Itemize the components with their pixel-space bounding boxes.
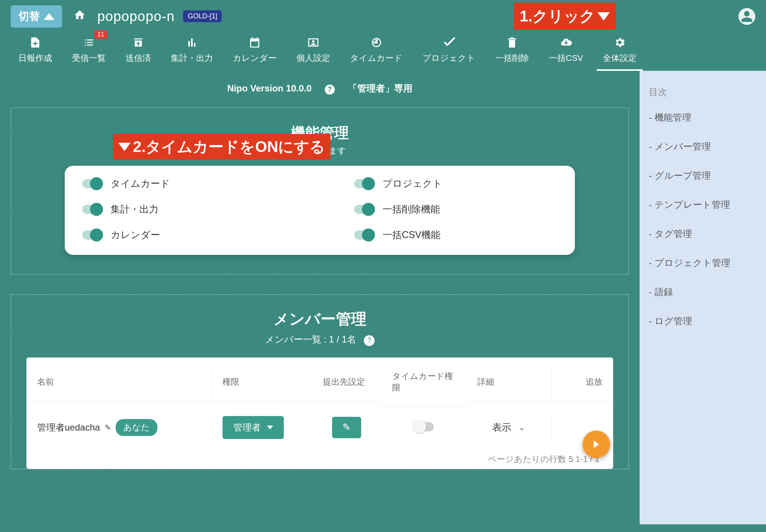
callout-timecard-on: 2.タイムカードをONにする [113,134,331,160]
toc-link-log[interactable]: - ログ管理 [649,315,757,327]
nav-inbox[interactable]: 11 受信一覧 [62,33,116,71]
timer-icon [350,36,403,49]
toc-link-group[interactable]: - グループ管理 [649,170,757,182]
toggle-bulkcsv[interactable] [354,230,374,240]
toc-link-glossary[interactable]: - 語録 [649,286,757,298]
toc-link-member[interactable]: - メンバー管理 [649,140,757,153]
nav-bulk-csv[interactable]: 一括CSV [539,33,593,71]
fab-button[interactable] [583,431,610,458]
member-panel: メンバー管理 メンバー一覧 : 1 / 1名 ? 名前 権限 提出先設定 タイム… [11,294,629,469]
toggle-row-bulkcsv: 一括CSV機能 [354,228,557,241]
help-icon[interactable]: ? [325,85,335,95]
chevron-down-icon: ⌄ [518,423,525,432]
toggle-label: カレンダー [111,228,160,241]
version-row: Nipo Version 10.0.0 ? 「管理者」専用 [0,71,640,108]
toggle-row-bulkdelete: 一括削除機能 [354,203,557,215]
col-dest: 提出先設定 [312,363,381,401]
edit-destination-button[interactable]: ✎ [332,417,361,438]
switch-triangle-icon [44,13,54,20]
triangle-down-icon [118,143,131,151]
member-name: 管理者uedacha [37,421,100,434]
toc-link-feature[interactable]: - 機能管理 [649,111,757,124]
toc-sidebar: 目次 - 機能管理 - メンバー管理 - グループ管理 - テンプレート管理 -… [640,71,766,524]
toggle-row-aggregate: 集計・出力 [82,203,285,215]
role-label: 管理者 [233,421,261,434]
toggle-calendar[interactable] [82,230,102,240]
cell-dest: ✎ [312,408,381,447]
help-icon[interactable]: ? [364,335,375,346]
nav-timecard[interactable]: タイムカード [340,33,412,71]
nav-aggregate[interactable]: 集計・出力 [161,33,223,71]
switch-button[interactable]: 切替 [11,5,62,28]
toc-link-tag[interactable]: - タグ管理 [649,228,757,240]
gold-badge: GOLD-[1] [183,10,222,22]
toggle-label: 一括削除機能 [383,203,440,215]
toggle-row-calendar: カレンダー [82,228,285,241]
toggle-timecard[interactable] [82,179,102,188]
inbox-badge: 11 [94,30,107,39]
play-icon [594,441,599,448]
chevron-down-icon [267,426,273,429]
pagination: ページあたりの行数 5 1-1 / 1 [26,448,613,469]
calendar-icon [233,36,277,49]
table-header: 名前 権限 提出先設定 タイムカード権限 詳細 追放 [26,357,613,407]
nav-personal-settings[interactable]: 個人設定 [286,33,340,71]
toggle-timecard-permission[interactable] [414,422,434,431]
nav-project[interactable]: プロジェクト [412,33,485,71]
feature-toggle-card: タイムカード プロジェクト 集計・出力 一括削除機能 [65,166,575,255]
detail-expand-button[interactable]: 表示 ⌄ [492,421,525,434]
detail-label: 表示 [492,421,511,434]
cell-timecard-perm [381,413,466,442]
toggle-label: 集計・出力 [111,203,159,215]
col-timecard: タイムカード権限 [381,357,466,407]
archive-icon [126,36,151,49]
you-chip: あなた [116,419,157,436]
nav-sent[interactable]: 送信済 [116,33,161,71]
gear-icon [603,36,637,49]
nav-tabs: 日報作成 11 受信一覧 送信済 集計・出力 カレンダー 個人設定 タイムカード… [0,33,766,71]
callout-click: 1.クリック [514,3,616,30]
role-select-button[interactable]: 管理者 [223,416,284,439]
svg-point-0 [312,40,315,43]
toc-link-template[interactable]: - テンプレート管理 [649,199,757,211]
col-expel: 追放 [552,363,613,401]
col-name: 名前 [26,363,212,401]
nav-bulk-delete[interactable]: 一括削除 [485,33,539,71]
toc-title: 目次 [649,86,757,98]
cloud-download-icon [549,36,583,49]
cell-detail: 表示 ⌄ [466,412,552,443]
switch-label: 切替 [18,9,40,24]
toc-link-project[interactable]: - プロジェクト管理 [649,257,757,269]
toggle-bulkdelete[interactable] [354,205,374,214]
nav-calendar[interactable]: カレンダー [223,33,286,71]
cell-name: 管理者uedacha ✎ あなた [26,410,212,445]
main-content: Nipo Version 10.0.0 ? 「管理者」専用 機能管理 ッキリしま… [0,71,640,524]
toggle-aggregate[interactable] [82,205,102,214]
file-plus-icon [18,36,52,49]
person-icon [296,36,330,49]
version-text: Nipo Version 10.0.0 [227,83,311,93]
member-panel-subtitle: メンバー一覧 : 1 / 1名 ? [11,333,629,346]
callout-timecard-text: 2.タイムカードをONにする [133,136,325,157]
toggle-project[interactable] [354,179,374,188]
nav-create-report[interactable]: 日報作成 [8,33,62,71]
col-role: 権限 [212,363,312,401]
chart-icon [171,36,213,49]
app-title: popopopo-n [97,8,175,24]
admin-only-label: 「管理者」専用 [348,83,412,93]
member-subtitle-text: メンバー一覧 : 1 / 1名 [265,334,356,344]
col-detail: 詳細 [466,363,552,401]
toggle-label: 一括CSV機能 [383,228,440,241]
edit-name-icon[interactable]: ✎ [105,423,111,432]
cell-role: 管理者 [212,407,312,448]
callout-click-text: 1.クリック [520,6,595,27]
home-icon[interactable] [74,9,86,24]
toggle-label: プロジェクト [383,177,442,190]
triangle-down-icon [597,12,610,21]
app-header: 切替 popopopo-n GOLD-[1] 1.クリック [0,0,766,33]
trash-icon [495,36,529,49]
toggle-row-timecard: タイムカード [82,177,285,190]
nav-global-settings[interactable]: 全体設定 [593,33,647,71]
account-avatar-button[interactable] [738,8,755,25]
table-row: 管理者uedacha ✎ あなた 管理者 ✎ [26,407,613,448]
